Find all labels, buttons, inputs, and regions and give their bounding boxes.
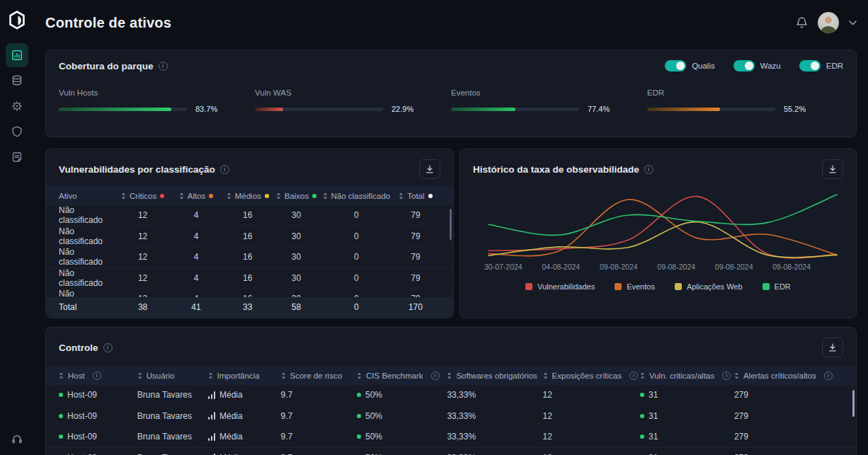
legend-swatch xyxy=(615,283,622,290)
x-tick-label: 09-08-2024 xyxy=(657,263,695,271)
column-header[interactable]: Vuln. criticas/altasi xyxy=(640,372,734,380)
sidebar-item-security[interactable] xyxy=(6,120,28,144)
table-row[interactable]: Host-09Bruna TavaresMédia9.750%33,33%123… xyxy=(46,406,856,427)
sort-icon[interactable] xyxy=(179,192,184,200)
table-cell: 4 xyxy=(168,273,225,283)
table-cell: Bruna Tavares xyxy=(137,390,208,400)
column-header[interactable]: Não classificado xyxy=(322,192,391,200)
info-icon[interactable]: i xyxy=(431,372,440,380)
sort-icon[interactable] xyxy=(276,192,281,200)
sort-icon[interactable] xyxy=(137,372,142,379)
toggle-label: Wazu xyxy=(760,62,781,70)
toggle-switch[interactable] xyxy=(733,60,755,71)
sort-icon[interactable] xyxy=(208,372,213,379)
legend-item[interactable]: Aplicações Web xyxy=(675,282,743,291)
legend-item[interactable]: EDR xyxy=(763,282,791,291)
download-button[interactable] xyxy=(822,159,843,179)
sort-icon[interactable] xyxy=(357,372,362,379)
column-header[interactable]: Baixos xyxy=(270,192,322,200)
sidebar-item-reports[interactable] xyxy=(6,145,28,169)
legend-item[interactable]: Vulnerabilidades xyxy=(525,282,595,291)
column-header[interactable]: Criticos xyxy=(118,192,168,200)
metric-label: Eventos xyxy=(451,88,613,97)
progress-fill xyxy=(59,108,171,111)
column-header[interactable]: Hosti xyxy=(59,372,137,380)
sidebar-item-dashboard[interactable] xyxy=(6,43,28,67)
toggle-switch[interactable] xyxy=(799,60,821,71)
sort-icon[interactable] xyxy=(281,372,286,379)
toggle-switch[interactable] xyxy=(665,60,686,71)
toggle-qualis[interactable]: Qualis xyxy=(665,60,715,71)
profile-menu-button[interactable] xyxy=(849,21,857,25)
column-header[interactable]: CIS Benchmarki xyxy=(357,372,447,380)
download-icon xyxy=(425,164,435,174)
column-header[interactable]: Médios xyxy=(224,192,270,200)
sort-icon[interactable] xyxy=(640,372,645,379)
sort-icon[interactable] xyxy=(121,192,126,200)
notifications-button[interactable] xyxy=(796,16,808,29)
info-icon[interactable]: i xyxy=(722,372,731,380)
sidebar-item-assets[interactable] xyxy=(6,69,28,93)
sidebar-item-vulnerabilities[interactable] xyxy=(6,94,28,118)
sort-icon[interactable] xyxy=(734,372,739,379)
importance-bars-icon xyxy=(208,433,216,441)
legend-item[interactable]: Eventos xyxy=(615,282,655,291)
table-cell: Média xyxy=(208,432,281,442)
column-header[interactable]: Usuário xyxy=(137,372,208,380)
table-row[interactable]: Não classificado1241630079 xyxy=(46,268,453,289)
table-row[interactable]: Não classificado1241630079 xyxy=(46,247,453,268)
table-cell: 12 xyxy=(543,390,640,400)
table-cell: Média xyxy=(208,390,281,400)
info-icon[interactable]: i xyxy=(159,62,168,71)
table-row[interactable]: Não classificado1241630079 xyxy=(46,226,453,248)
sort-icon[interactable] xyxy=(323,192,328,200)
info-icon[interactable]: i xyxy=(644,165,653,174)
sort-icon[interactable] xyxy=(399,192,404,200)
download-button[interactable] xyxy=(822,338,843,357)
toggle-wazu[interactable]: Wazu xyxy=(733,60,781,71)
x-tick-label: 09-08-2024 xyxy=(772,263,811,271)
control-table-header: HostiUsuárioImportânciaScore de riscoCIS… xyxy=(46,366,856,385)
sort-icon[interactable] xyxy=(447,372,452,379)
table-cell: 12 xyxy=(118,252,168,262)
page-title: Controle de ativos xyxy=(45,15,171,31)
table-cell: 79 xyxy=(391,231,440,241)
info-icon[interactable]: i xyxy=(103,343,113,352)
column-header[interactable]: Ativo xyxy=(59,192,118,200)
column-header[interactable]: Softwares obrigatórios xyxy=(447,372,542,380)
table-row[interactable]: Não classificado1241630079 xyxy=(46,205,453,226)
toggle-edr[interactable]: EDR xyxy=(799,60,843,71)
table-row[interactable]: Host-09Bruna TavaresMédia9.750%33,33%123… xyxy=(46,427,856,448)
support-button[interactable] xyxy=(11,432,23,448)
total-cell: 38 xyxy=(118,302,168,312)
table-cell: Média xyxy=(208,411,281,421)
vuln-table-scrollbar[interactable] xyxy=(450,209,452,240)
series-eventos xyxy=(489,200,837,256)
info-icon[interactable]: i xyxy=(629,372,638,380)
line-chart xyxy=(460,188,857,263)
metric-label: Vuln WAS xyxy=(255,88,417,97)
column-header[interactable]: Altos xyxy=(168,192,225,200)
column-header[interactable]: Importância xyxy=(208,372,281,380)
column-header[interactable]: Exposições críticasi xyxy=(543,372,640,380)
info-icon[interactable]: i xyxy=(824,372,833,380)
column-header[interactable]: Score de risco xyxy=(281,372,357,380)
sort-icon[interactable] xyxy=(59,372,64,379)
table-row[interactable]: Host-09Bruna TavaresMédia9.750%33,33%123… xyxy=(46,448,856,455)
avatar[interactable] xyxy=(818,12,839,33)
vulnerabilities-title: Vulnerabilidades por classificação xyxy=(59,164,215,175)
table-row[interactable]: Host-09Bruna TavaresMédia9.750%33,33%123… xyxy=(46,385,856,406)
control-table-scrollbar[interactable] xyxy=(852,390,855,417)
column-header[interactable]: Alertas críticos/altosi xyxy=(734,372,843,380)
table-cell: 0 xyxy=(322,252,391,262)
sort-icon[interactable] xyxy=(227,192,232,200)
download-button[interactable] xyxy=(419,159,440,179)
chart-x-axis: 30-07-202404-08-202409-08-202409-08-2024… xyxy=(460,263,856,271)
info-icon[interactable]: i xyxy=(93,372,101,380)
column-header[interactable]: Total xyxy=(391,192,440,200)
app-logo-icon[interactable] xyxy=(6,9,28,32)
sort-icon[interactable] xyxy=(543,372,548,379)
status-dot xyxy=(312,194,316,198)
info-icon[interactable]: i xyxy=(220,165,229,174)
table-cell: Não classificado xyxy=(59,268,118,288)
